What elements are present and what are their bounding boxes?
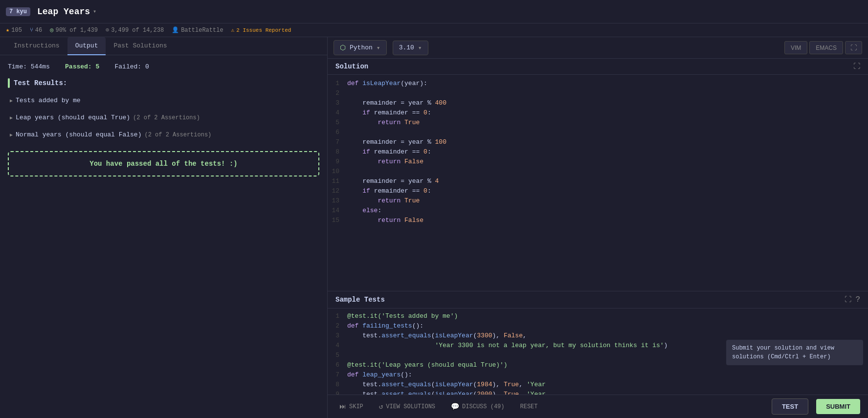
language-selector[interactable]: ⬡ Python ▾ — [334, 40, 387, 55]
solution-panel-header: Solution ⛶ — [328, 59, 868, 75]
line-content-12: if remainder == 0: — [347, 186, 868, 196]
sample-line-content-2: def failing_tests(): — [347, 321, 868, 331]
stars-count: 105 — [11, 27, 22, 34]
version-arrow-icon: ▾ — [418, 44, 422, 52]
test-group-1: ▶ Leap years (should equal True) (2 of 2… — [8, 111, 319, 124]
code-line-12: 12 if remainder == 0: — [328, 186, 868, 196]
stats-bar: ★ 105 ⑂ 46 ◎ 90% of 1,439 ⊙ 3,499 of 14,… — [0, 23, 868, 37]
test-group-header-0[interactable]: ▶ Tests added by me — [8, 94, 319, 107]
line-num-14: 14 — [328, 206, 347, 216]
completion-value: 90% of 1,439 — [55, 27, 97, 34]
view-solutions-label: VIEW SOLUTIONS — [386, 403, 435, 410]
completion-stat: ◎ 90% of 1,439 — [50, 26, 98, 34]
sample-tests-header: Sample Tests ⛶ ? — [328, 291, 868, 308]
sample-code-editor[interactable]: 1 @test.it('Tests added by me') 2 def fa… — [328, 308, 868, 395]
author-stat: 👤 BattleRattle — [172, 26, 223, 34]
line-num-12: 12 — [328, 186, 347, 196]
code-line-2: 2 — [328, 88, 868, 98]
user-icon: 👤 — [172, 26, 179, 34]
skip-icon: ⏭ — [339, 403, 346, 411]
chevron-down-icon[interactable]: ▾ — [93, 8, 96, 15]
line-num-11: 11 — [328, 176, 347, 186]
right-top-bar: ⬡ Python ▾ 3.10 ▾ VIM EMACS ⛶ — [328, 37, 868, 59]
result-header: Time: 544ms Passed: 5 Failed: 0 — [8, 63, 319, 70]
sample-tests-actions: ⛶ ? — [845, 295, 860, 304]
issues-badge[interactable]: ⚠ 2 Issues Reported — [231, 27, 291, 33]
sample-expand-icon[interactable]: ⛶ — [845, 296, 851, 304]
tab-instructions[interactable]: Instructions — [6, 37, 67, 55]
sample-line-num-8: 8 — [328, 380, 347, 390]
solutions-count: 3,499 of 14,238 — [111, 27, 164, 34]
success-message: You have passed all of the tests! :) — [89, 160, 237, 168]
expand-icon[interactable]: ⛶ — [853, 63, 860, 70]
code-line-14: 14 else: — [328, 206, 868, 216]
sample-line-num-7: 7 — [328, 370, 347, 380]
line-content-5: return True — [347, 118, 868, 128]
line-num-10: 10 — [328, 167, 347, 176]
code-line-10: 10 — [328, 167, 868, 176]
stats-line: ★ 105 ⑂ 46 ◎ 90% of 1,439 ⊙ 3,499 of 14,… — [6, 26, 862, 34]
line-content-8: if remainder == 0: — [347, 147, 868, 157]
tab-bar: Instructions Output Past Solutions — [0, 37, 327, 55]
sample-tests-title: Sample Tests — [335, 296, 385, 304]
test-button[interactable]: TEST — [772, 398, 808, 415]
check-icon: ⊙ — [106, 26, 109, 34]
test-results-text: Test Results: — [14, 79, 67, 87]
sample-help-icon[interactable]: ? — [855, 295, 860, 304]
sample-line-content-1: @test.it('Tests added by me') — [347, 311, 868, 321]
line-num-2: 2 — [328, 88, 347, 98]
test-results-label: Test Results: — [8, 78, 319, 88]
line-num-3: 3 — [328, 98, 347, 108]
test-group-header-1[interactable]: ▶ Leap years (should equal True) (2 of 2… — [8, 111, 319, 124]
fullscreen-button[interactable]: ⛶ — [845, 41, 862, 54]
line-content-15: return False — [347, 216, 868, 225]
reset-button[interactable]: RESET — [516, 401, 542, 412]
line-num-9: 9 — [328, 157, 347, 167]
line-content-4: if remainder == 0: — [347, 108, 868, 118]
code-line-13: 13 return True — [328, 196, 868, 206]
eye-icon: ◎ — [50, 26, 53, 34]
view-solutions-button[interactable]: ↺ VIEW SOLUTIONS — [375, 400, 439, 413]
code-line-7: 7 remainder = year % 100 — [328, 137, 868, 147]
line-num-8: 8 — [328, 147, 347, 157]
sample-line-content-7: def leap_years(): — [347, 370, 868, 380]
skip-label: SKIP — [349, 403, 363, 410]
test-group-header-2[interactable]: ▶ Normal years (should equal False) (2 o… — [8, 128, 319, 141]
code-line-8: 8 if remainder == 0: — [328, 147, 868, 157]
line-content-13: return True — [347, 196, 868, 206]
test-group-2: ▶ Normal years (should equal False) (2 o… — [8, 128, 319, 141]
solutions-stat: ⊙ 3,499 of 14,238 — [106, 26, 164, 34]
line-content-1: def isLeapYear(year): — [347, 79, 868, 88]
solution-code-editor[interactable]: 1 def isLeapYear(year): 2 3 remainder = … — [328, 75, 868, 291]
discuss-button[interactable]: 💬 DISCUSS (49) — [447, 400, 508, 413]
solution-panel: Solution ⛶ 1 def isLeapYear(year): 2 — [328, 59, 868, 291]
line-num-7: 7 — [328, 137, 347, 147]
line-num-5: 5 — [328, 118, 347, 128]
line-content-7: remainder = year % 100 — [347, 137, 868, 147]
page-title: Leap Years — [37, 7, 90, 17]
test-group-0: ▶ Tests added by me — [8, 94, 319, 107]
sample-line-num-3: 3 — [328, 331, 347, 341]
stars-stat: ★ 105 — [6, 26, 22, 34]
sample-line-num-6: 6 — [328, 360, 347, 370]
tab-output[interactable]: Output — [67, 37, 106, 55]
emacs-button[interactable]: EMACS — [809, 41, 843, 54]
submit-button[interactable]: SUBMIT — [816, 399, 860, 414]
sample-line-2: 2 def failing_tests(): — [328, 321, 868, 331]
sample-tests-panel: Sample Tests ⛶ ? 1 @test.it('Tests added… — [328, 291, 868, 418]
line-num-13: 13 — [328, 196, 347, 206]
test-group-label-0: Tests added by me — [16, 97, 81, 104]
code-line-4: 4 if remainder == 0: — [328, 108, 868, 118]
tab-past-solutions[interactable]: Past Solutions — [106, 37, 175, 55]
chevron-right-icon-0: ▶ — [10, 98, 13, 104]
skip-button[interactable]: ⏭ SKIP — [335, 401, 367, 413]
language-arrow-icon: ▾ — [377, 44, 380, 52]
assertion-count-2: (2 of 2 Assertions) — [144, 132, 211, 138]
code-line-9: 9 return False — [328, 157, 868, 167]
vim-button[interactable]: VIM — [784, 41, 807, 54]
sample-line-content-9: test.assert_equals(isLeapYear(2000), Tru… — [347, 390, 868, 395]
code-line-5: 5 return True — [328, 118, 868, 128]
chevron-right-icon-2: ▶ — [10, 132, 13, 138]
assertion-count-1: (2 of 2 Assertions) — [133, 114, 200, 121]
version-selector[interactable]: 3.10 ▾ — [393, 41, 428, 55]
